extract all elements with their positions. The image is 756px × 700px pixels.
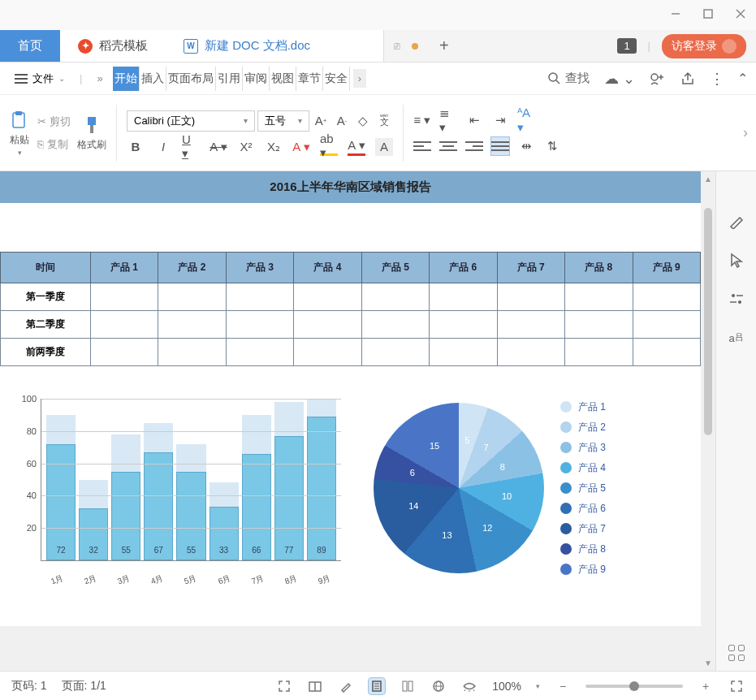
share-icon[interactable] [680,71,695,86]
bold-button[interactable]: B [127,138,145,156]
ribbon-tab-layout[interactable]: 页面布局 [166,67,216,91]
outline-view-icon[interactable] [400,678,416,694]
selection-tool-icon[interactable] [728,251,745,269]
bullets-button[interactable]: ≡ ▾ [413,111,431,129]
collapse-ribbon-icon[interactable]: ⌃ [737,71,748,86]
zoom-out-button[interactable]: − [555,678,571,694]
svg-point-4 [549,73,557,81]
table-cell [294,283,361,311]
increase-indent-button[interactable]: ⇥ [491,111,509,129]
text-direction-button[interactable]: ᴬA ▾ [517,111,535,129]
align-right-button[interactable] [465,137,483,155]
text-effect-button[interactable]: A ▾ [292,138,310,156]
reading-view-icon[interactable] [307,678,323,694]
zoom-level[interactable]: 100% [492,680,521,693]
search-button[interactable]: 查找 [547,71,590,86]
table-header: 产品 9 [633,253,701,283]
table-cell [226,283,293,311]
ribbon-tab-review[interactable]: 审阅 [243,67,270,91]
svg-rect-1 [704,10,712,18]
distribute-button[interactable]: ⇹ [517,137,535,155]
fit-page-icon[interactable] [728,678,745,694]
share-add-icon[interactable] [650,71,666,86]
horizontal-scrollbar[interactable] [0,626,701,641]
login-button[interactable]: 访客登录 [662,34,746,58]
close-button[interactable] [733,6,748,21]
cloud-icon[interactable]: ☁ ⌄ [604,70,635,88]
maximize-button[interactable] [701,6,715,21]
page-count[interactable]: 页面: 1/1 [62,679,106,694]
more-button[interactable]: » [90,72,109,84]
tab-document[interactable]: W 新建 DOC 文档.doc [166,30,384,62]
table-cell [294,311,361,339]
font-color-button[interactable]: A ▾ [348,138,365,156]
svg-line-28 [473,689,474,691]
svg-point-6 [651,74,658,80]
decrease-indent-button[interactable]: ⇤ [465,111,483,129]
zoom-in-button[interactable]: + [698,678,714,694]
table-cell [361,339,429,366]
file-menu[interactable]: 文件 ⌄ [8,68,71,89]
minimize-button[interactable] [668,6,683,21]
table-cell [158,339,226,366]
svg-point-13 [732,294,735,297]
vertical-scrollbar[interactable]: ▲ ▼ [701,171,715,671]
ribbon-tab-reference[interactable]: 引用 [216,67,243,91]
grid-view-icon[interactable] [728,645,745,661]
ribbon-tab-insert[interactable]: 插入 [140,67,166,91]
superscript-button[interactable]: X² [237,138,255,156]
grow-font-button[interactable]: A+ [312,112,330,130]
char-shading-button[interactable]: A [375,138,393,156]
edit-mode-icon[interactable] [338,678,354,694]
format-painter-button[interactable]: 格式刷 [77,114,106,152]
shrink-font-button[interactable]: A- [333,112,351,130]
toolbar-scroll-right[interactable]: › [743,124,748,141]
copy-button[interactable]: ⎘复制 [37,137,71,152]
subscript-button[interactable]: X₂ [265,138,283,156]
legend-item: 产品 9 [560,563,606,577]
paste-button[interactable]: 粘贴▾ [8,109,31,157]
legend-item: 产品 4 [560,461,606,475]
table-cell [565,339,633,366]
align-center-button[interactable] [439,137,457,155]
eye-protect-icon[interactable] [461,678,477,694]
clear-format-button[interactable]: ◇ [354,112,372,130]
italic-button[interactable]: I [154,138,172,156]
line-spacing-button[interactable]: ⇅ [543,137,561,155]
strikethrough-button[interactable]: A ▾ [210,138,227,156]
docer-icon: ✦ [78,39,93,54]
ribbon-scroll-right[interactable]: › [353,69,366,88]
tab-home[interactable]: 首页 [0,30,60,62]
ribbon-tab-chapter[interactable]: 章节 [296,67,323,91]
numbering-button[interactable]: ≣ ▾ [439,111,457,129]
web-layout-icon[interactable] [430,678,447,694]
translate-tool-icon[interactable]: a吕 [728,329,745,347]
ribbon-tab-view[interactable]: 视图 [270,67,296,91]
zoom-slider[interactable] [585,685,683,688]
window-count-badge[interactable]: 1 [617,38,636,54]
svg-line-26 [464,689,465,691]
tab-docer[interactable]: ✦ 稻壳模板 [60,30,166,62]
font-name-select[interactable]: Calibri (正文) [127,110,255,132]
cast-icon[interactable]: ⎚ [394,40,400,52]
align-left-button[interactable] [413,137,431,155]
phonetic-button[interactable]: 文wén [375,112,393,130]
scroll-thumb[interactable] [704,208,712,435]
ribbon-tab-security[interactable]: 安全 [323,67,350,91]
cut-button[interactable]: ✂剪切 [37,115,71,129]
settings-tool-icon[interactable] [728,290,745,308]
ribbon-menu: 文件 ⌄ | » 开始 插入 页面布局 引用 审阅 视图 章节 安全 › 查找 … [0,63,756,95]
underline-button[interactable]: U ▾ [182,138,200,156]
fullscreen-icon[interactable] [276,678,292,694]
pen-tool-icon[interactable] [728,212,745,230]
highlight-button[interactable]: ab ▾ [320,138,338,156]
page-number[interactable]: 页码: 1 [11,679,47,694]
ribbon-tab-start[interactable]: 开始 [113,67,140,91]
document-viewport[interactable]: 2016上半年华南区域销售报告 时间产品 1产品 2产品 3产品 4产品 5产品… [0,171,701,671]
align-justify-button[interactable] [491,137,509,155]
legend-item: 产品 7 [560,522,606,536]
new-tab-button[interactable]: + [428,30,460,62]
print-layout-icon[interactable] [369,678,385,694]
table-header: 产品 4 [294,253,361,283]
more-menu-icon[interactable]: ⋮ [710,70,723,88]
